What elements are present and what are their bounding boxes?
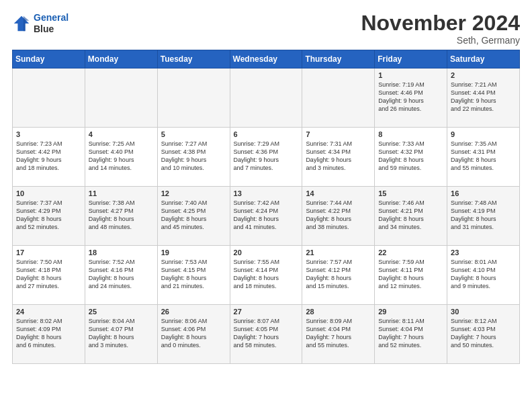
day-number: 17 — [16, 248, 81, 257]
calendar-cell: 3Sunrise: 7:23 AM Sunset: 4:42 PM Daylig… — [13, 128, 85, 187]
calendar-cell: 1Sunrise: 7:19 AM Sunset: 4:46 PM Daylig… — [375, 68, 447, 128]
day-number: 5 — [161, 130, 226, 138]
day-number: 19 — [161, 248, 226, 257]
day-number: 15 — [378, 189, 443, 197]
calendar-cell: 28Sunrise: 8:09 AM Sunset: 4:04 PM Dayli… — [302, 305, 375, 364]
day-number: 29 — [378, 308, 443, 316]
day-number: 16 — [451, 189, 516, 197]
calendar-header-row: SundayMondayTuesdayWednesdayThursdayFrid… — [13, 50, 520, 68]
day-number: 9 — [451, 130, 516, 138]
day-info: Sunrise: 7:46 AM Sunset: 4:21 PM Dayligh… — [378, 199, 443, 232]
day-of-week-saturday: Saturday — [447, 50, 520, 68]
calendar-cell: 29Sunrise: 8:11 AM Sunset: 4:04 PM Dayli… — [375, 305, 447, 364]
calendar-cell: 4Sunrise: 7:25 AM Sunset: 4:40 PM Daylig… — [85, 128, 157, 187]
calendar-cell: 13Sunrise: 7:42 AM Sunset: 4:24 PM Dayli… — [230, 187, 302, 246]
day-number: 24 — [16, 308, 81, 316]
day-number: 22 — [378, 248, 443, 257]
calendar-cell: 17Sunrise: 7:50 AM Sunset: 4:18 PM Dayli… — [13, 246, 85, 305]
day-info: Sunrise: 7:27 AM Sunset: 4:38 PM Dayligh… — [161, 140, 226, 173]
calendar-cell: 10Sunrise: 7:37 AM Sunset: 4:29 PM Dayli… — [13, 187, 85, 246]
calendar-table: SundayMondayTuesdayWednesdayThursdayFrid… — [12, 50, 520, 364]
calendar-cell: 19Sunrise: 7:53 AM Sunset: 4:15 PM Dayli… — [157, 246, 230, 305]
calendar-cell: 22Sunrise: 7:59 AM Sunset: 4:11 PM Dayli… — [375, 246, 447, 305]
day-info: Sunrise: 8:06 AM Sunset: 4:06 PM Dayligh… — [161, 317, 226, 350]
logo: General Blue — [12, 12, 69, 35]
day-number: 6 — [234, 130, 299, 138]
header: General Blue November 2024 Seth, Germany — [12, 12, 520, 46]
month-title: November 2024 — [361, 12, 520, 34]
logo-text: General Blue — [34, 12, 69, 35]
calendar-cell: 7Sunrise: 7:31 AM Sunset: 4:34 PM Daylig… — [302, 128, 375, 187]
calendar-cell: 14Sunrise: 7:44 AM Sunset: 4:22 PM Dayli… — [302, 187, 375, 246]
day-of-week-monday: Monday — [85, 50, 157, 68]
day-number: 8 — [378, 130, 443, 138]
day-info: Sunrise: 7:37 AM Sunset: 4:29 PM Dayligh… — [16, 199, 81, 232]
calendar-cell: 6Sunrise: 7:29 AM Sunset: 4:36 PM Daylig… — [230, 128, 302, 187]
day-number: 14 — [306, 189, 371, 197]
day-number: 21 — [306, 248, 371, 257]
day-info: Sunrise: 7:52 AM Sunset: 4:16 PM Dayligh… — [89, 258, 154, 291]
day-info: Sunrise: 7:55 AM Sunset: 4:14 PM Dayligh… — [234, 258, 299, 291]
day-info: Sunrise: 7:35 AM Sunset: 4:31 PM Dayligh… — [451, 140, 516, 173]
calendar-cell: 20Sunrise: 7:55 AM Sunset: 4:14 PM Dayli… — [230, 246, 302, 305]
day-of-week-thursday: Thursday — [302, 50, 375, 68]
day-info: Sunrise: 7:21 AM Sunset: 4:44 PM Dayligh… — [451, 81, 516, 113]
calendar-week-row: 3Sunrise: 7:23 AM Sunset: 4:42 PM Daylig… — [13, 128, 520, 187]
day-info: Sunrise: 7:38 AM Sunset: 4:27 PM Dayligh… — [89, 199, 154, 232]
day-number: 3 — [16, 130, 81, 138]
day-info: Sunrise: 7:53 AM Sunset: 4:15 PM Dayligh… — [161, 258, 226, 291]
svg-marker-0 — [14, 16, 29, 31]
calendar-cell — [85, 68, 157, 128]
day-number: 10 — [16, 189, 81, 197]
day-number: 20 — [234, 248, 299, 257]
calendar-cell: 2Sunrise: 7:21 AM Sunset: 4:44 PM Daylig… — [447, 68, 520, 128]
day-number: 26 — [161, 308, 226, 316]
day-number: 23 — [451, 248, 516, 257]
day-number: 2 — [451, 71, 516, 79]
calendar-cell: 30Sunrise: 8:12 AM Sunset: 4:03 PM Dayli… — [447, 305, 520, 364]
day-info: Sunrise: 7:59 AM Sunset: 4:11 PM Dayligh… — [378, 258, 443, 291]
day-info: Sunrise: 7:31 AM Sunset: 4:34 PM Dayligh… — [306, 140, 371, 173]
day-number: 30 — [451, 308, 516, 316]
page: General Blue November 2024 Seth, Germany… — [0, 0, 532, 371]
day-info: Sunrise: 7:40 AM Sunset: 4:25 PM Dayligh… — [161, 199, 226, 232]
calendar-cell: 8Sunrise: 7:33 AM Sunset: 4:32 PM Daylig… — [375, 128, 447, 187]
calendar-cell: 15Sunrise: 7:46 AM Sunset: 4:21 PM Dayli… — [375, 187, 447, 246]
calendar-cell — [302, 68, 375, 128]
day-info: Sunrise: 7:33 AM Sunset: 4:32 PM Dayligh… — [378, 140, 443, 173]
calendar-cell: 25Sunrise: 8:04 AM Sunset: 4:07 PM Dayli… — [85, 305, 157, 364]
calendar-cell: 12Sunrise: 7:40 AM Sunset: 4:25 PM Dayli… — [157, 187, 230, 246]
day-info: Sunrise: 7:50 AM Sunset: 4:18 PM Dayligh… — [16, 258, 81, 291]
calendar-cell: 11Sunrise: 7:38 AM Sunset: 4:27 PM Dayli… — [85, 187, 157, 246]
day-info: Sunrise: 7:23 AM Sunset: 4:42 PM Dayligh… — [16, 140, 81, 173]
calendar-cell: 27Sunrise: 8:07 AM Sunset: 4:05 PM Dayli… — [230, 305, 302, 364]
calendar-week-row: 1Sunrise: 7:19 AM Sunset: 4:46 PM Daylig… — [13, 68, 520, 128]
day-number: 1 — [378, 71, 443, 79]
day-number: 7 — [306, 130, 371, 138]
calendar-cell — [157, 68, 230, 128]
day-number: 11 — [89, 189, 154, 197]
title-block: November 2024 Seth, Germany — [361, 12, 520, 46]
calendar-cell — [230, 68, 302, 128]
logo-line1: General — [34, 12, 69, 23]
logo-icon — [12, 14, 31, 33]
day-info: Sunrise: 8:01 AM Sunset: 4:10 PM Dayligh… — [451, 258, 516, 291]
day-info: Sunrise: 7:44 AM Sunset: 4:22 PM Dayligh… — [306, 199, 371, 232]
day-info: Sunrise: 8:12 AM Sunset: 4:03 PM Dayligh… — [451, 317, 516, 350]
day-info: Sunrise: 7:25 AM Sunset: 4:40 PM Dayligh… — [89, 140, 154, 173]
day-number: 13 — [234, 189, 299, 197]
calendar-body: 1Sunrise: 7:19 AM Sunset: 4:46 PM Daylig… — [13, 68, 520, 364]
calendar-cell: 26Sunrise: 8:06 AM Sunset: 4:06 PM Dayli… — [157, 305, 230, 364]
logo-line2: Blue — [34, 24, 54, 34]
day-of-week-wednesday: Wednesday — [230, 50, 302, 68]
day-number: 12 — [161, 189, 226, 197]
calendar-week-row: 17Sunrise: 7:50 AM Sunset: 4:18 PM Dayli… — [13, 246, 520, 305]
calendar-cell: 18Sunrise: 7:52 AM Sunset: 4:16 PM Dayli… — [85, 246, 157, 305]
day-of-week-friday: Friday — [375, 50, 447, 68]
location: Seth, Germany — [361, 35, 520, 46]
calendar-cell: 16Sunrise: 7:48 AM Sunset: 4:19 PM Dayli… — [447, 187, 520, 246]
day-info: Sunrise: 7:19 AM Sunset: 4:46 PM Dayligh… — [378, 81, 443, 113]
day-info: Sunrise: 8:02 AM Sunset: 4:09 PM Dayligh… — [16, 317, 81, 350]
day-number: 27 — [234, 308, 299, 316]
day-info: Sunrise: 8:09 AM Sunset: 4:04 PM Dayligh… — [306, 317, 371, 350]
